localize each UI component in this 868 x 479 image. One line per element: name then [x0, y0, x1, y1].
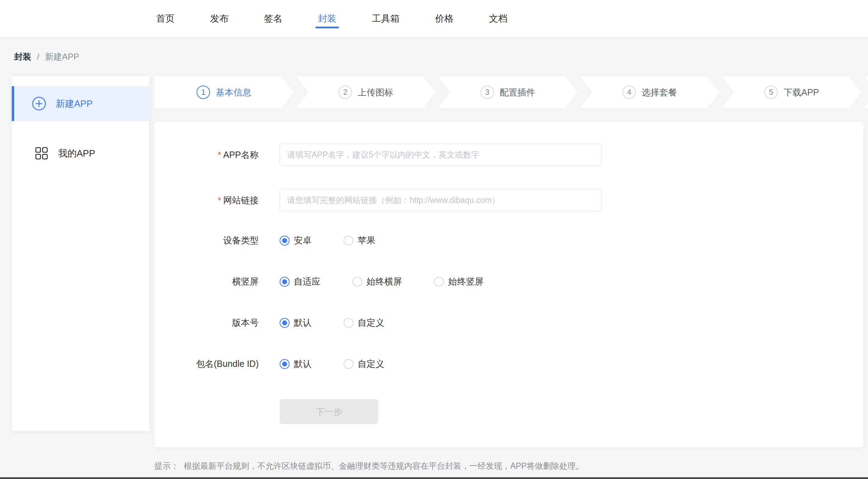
step-number-circle: 5 [764, 86, 778, 99]
field-label-text: 网站链接 [223, 195, 259, 205]
nav-item-5[interactable]: 工具箱 [372, 0, 400, 37]
form-row-0: *APP名称 [154, 144, 863, 166]
sidebar-item-label: 新建APP [56, 98, 93, 110]
radio-icon [280, 277, 290, 287]
text-input[interactable] [280, 144, 602, 166]
radio-option-label: 始终横屏 [367, 276, 402, 287]
field-label: *网站链接 [154, 194, 259, 206]
nav-item-label: 文档 [489, 12, 507, 25]
step-label: 下载APP [784, 87, 819, 98]
radio-group: 安卓 苹果 [280, 235, 375, 246]
step-number: 4 [627, 88, 631, 97]
breadcrumb-current: 新建APP [45, 51, 79, 62]
radio-option[interactable]: 自适应 [280, 276, 320, 287]
step-label: 基本信息 [216, 87, 251, 98]
main-panel: 1 基本信息 2 上传图标 3 配置插件 4 选择套餐 5 下载APP *APP… [154, 76, 868, 472]
radio-icon [344, 318, 353, 328]
step-number: 1 [201, 88, 205, 97]
step-number: 5 [769, 88, 773, 97]
bottom-divider [0, 477, 868, 479]
tip-text: 根据最新平台规则，不允许区块链虚拟币、金融理财类等违规内容在平台封装，一经发现，… [184, 461, 584, 472]
radio-option-label: 默认 [294, 358, 312, 370]
radio-option[interactable]: 始终横屏 [352, 276, 402, 287]
nav-item-3[interactable]: 签名 [264, 0, 282, 37]
nav-item-label: 发布 [210, 12, 229, 25]
text-input[interactable] [280, 189, 602, 211]
nav-item-label: 签名 [264, 12, 282, 25]
field-label-text: 包名(Bundle ID) [196, 359, 259, 369]
radio-option-label: 始终竖屏 [448, 276, 484, 287]
radio-group: 默认 自定义 [280, 358, 384, 370]
nav-item-7[interactable]: 文档 [489, 0, 507, 37]
field-label-text: 设备类型 [223, 235, 259, 245]
nav-item-1[interactable]: 首页 [156, 0, 175, 37]
radio-option[interactable]: 自定义 [344, 358, 384, 370]
radio-option-label: 自定义 [358, 358, 384, 370]
field-label-text: 版本号 [232, 318, 259, 327]
sidebar-item-label: 我的APP [58, 147, 95, 160]
field-label: *APP名称 [154, 149, 259, 161]
radio-icon [434, 277, 444, 287]
steps-tail-fragment [864, 76, 868, 108]
sidebar: 新建APP 我的APP [12, 76, 149, 431]
plus-circle-icon [32, 96, 46, 111]
field-label-text: 横竖屏 [232, 276, 259, 286]
step-number-circle: 2 [339, 86, 352, 99]
breadcrumb-separator: / [37, 52, 39, 62]
breadcrumb-root[interactable]: 封装 [14, 51, 31, 62]
radio-option-label: 苹果 [358, 235, 375, 246]
next-step-button[interactable]: 下一步 [280, 399, 378, 424]
nav-item-label: 封装 [318, 12, 336, 25]
field-label: 包名(Bundle ID) [154, 358, 259, 370]
radio-option[interactable]: 默认 [280, 317, 312, 329]
radio-option[interactable]: 始终竖屏 [434, 276, 484, 287]
grid-icon [34, 146, 49, 161]
radio-icon [352, 277, 362, 287]
form-row-5: 包名(Bundle ID) 默认 自定义 [154, 358, 863, 370]
radio-option[interactable]: 苹果 [344, 235, 375, 246]
radio-icon [344, 359, 353, 369]
form-row-4: 版本号 默认 自定义 [154, 317, 863, 329]
nav-item-2[interactable]: 发布 [210, 0, 229, 37]
radio-group: 自适应 始终横屏 始终竖屏 [280, 276, 484, 287]
top-nav: 首页 发布 签名 封装 工具箱 价格 文档 [0, 0, 868, 37]
required-asterisk: * [218, 150, 221, 160]
radio-icon [280, 318, 290, 328]
required-asterisk: * [218, 196, 221, 205]
nav-item-label: 首页 [156, 12, 175, 25]
breadcrumb: 封装 / 新建APP [0, 37, 868, 76]
form-row-2: 设备类型 安卓 苹果 [154, 235, 863, 246]
step-4: 4 选择套餐 [580, 76, 719, 108]
radio-option[interactable]: 默认 [280, 358, 312, 370]
step-2: 2 上传图标 [296, 76, 435, 108]
nav-item-label: 价格 [435, 12, 454, 25]
nav-item-6[interactable]: 价格 [435, 0, 454, 37]
radio-option-label: 自适应 [294, 276, 320, 287]
radio-option[interactable]: 安卓 [280, 235, 312, 246]
form-rows-mount: *APP名称 *网站链接 设备类型 安卓 苹果 横竖屏 自适应 始终横屏 始终竖… [154, 144, 863, 370]
content-area: 新建APP 我的APP 1 基本信息 2 上传图标 3 [0, 76, 868, 472]
tip-prefix: 提示： [154, 461, 179, 472]
form-row-1: *网站链接 [154, 189, 863, 211]
radio-icon [280, 236, 290, 246]
new-app-form: *APP名称 *网站链接 设备类型 安卓 苹果 横竖屏 自适应 始终横屏 始终竖… [154, 122, 863, 447]
step-5: 5 下载APP [722, 76, 861, 108]
footer-tip: 提示： 根据最新平台规则，不允许区块链虚拟币、金融理财类等违规内容在平台封装，一… [154, 461, 868, 472]
radio-option[interactable]: 自定义 [344, 317, 384, 329]
radio-icon [280, 359, 290, 369]
step-number-circle: 4 [622, 86, 636, 99]
nav-item-4[interactable]: 封装 [318, 0, 336, 37]
sidebar-item-my-app[interactable]: 我的APP [12, 136, 149, 171]
step-1: 1 基本信息 [154, 76, 293, 108]
step-number-circle: 1 [197, 86, 210, 99]
radio-option-label: 安卓 [294, 235, 312, 246]
step-number: 3 [485, 88, 489, 97]
field-label: 横竖屏 [154, 276, 259, 287]
step-number: 2 [343, 88, 347, 97]
step-label: 选择套餐 [642, 87, 677, 98]
step-wizard: 1 基本信息 2 上传图标 3 配置插件 4 选择套餐 5 下载APP [154, 76, 868, 108]
sidebar-item-new-app[interactable]: 新建APP [12, 86, 149, 121]
field-label: 设备类型 [154, 235, 259, 246]
radio-group: 默认 自定义 [280, 317, 384, 329]
radio-option-label: 默认 [294, 317, 312, 329]
